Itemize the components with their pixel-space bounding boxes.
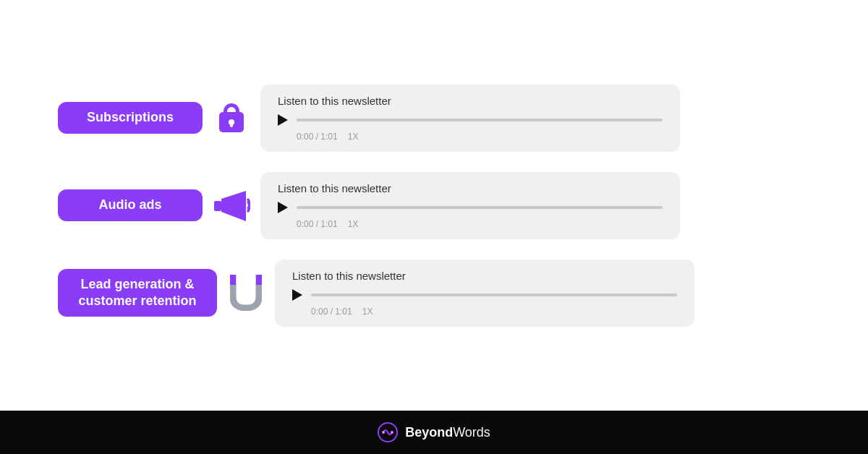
audio-player-2: Listen to this newsletter 0:00 / 1:01 1X [260,172,680,239]
player-controls-1[interactable] [278,114,663,126]
player-time-3: 0:00 / 1:01 [311,307,352,317]
player-title-1: Listen to this newsletter [278,95,663,107]
player-speed-3[interactable]: 1X [362,307,373,317]
lock-icon-area [203,103,260,132]
play-button-1[interactable] [278,114,288,126]
play-button-3[interactable] [292,289,302,301]
audio-player-3: Listen to this newsletter 0:00 / 1:01 1X [275,260,694,327]
play-button-2[interactable] [278,202,288,213]
progress-bar-2[interactable] [297,206,663,209]
footer-brand-name: BeyondWords [405,425,490,440]
player-meta-3: 0:00 / 1:01 1X [292,307,677,317]
megaphone-icon-area [203,189,260,221]
main-content: Subscriptions Listen to this newsletter … [0,0,868,411]
progress-bar-3[interactable] [311,294,677,296]
player-time-2: 0:00 / 1:01 [297,219,338,229]
lead-generation-label: Lead generation &customer retention [58,269,217,317]
player-controls-3[interactable] [292,289,677,301]
audio-player-1: Listen to this newsletter 0:00 / 1:01 1X [260,85,680,152]
player-title-2: Listen to this newsletter [278,182,663,194]
magnet-icon-area [217,275,275,311]
lock-keyhole [229,119,234,125]
lock-icon [219,103,244,132]
megaphone-svg [213,189,250,221]
player-meta-2: 0:00 / 1:01 1X [278,219,663,229]
progress-bar-1[interactable] [297,119,663,121]
svg-marker-1 [221,191,246,221]
lock-body [219,112,244,132]
player-time-1: 0:00 / 1:01 [297,132,338,142]
audio-ads-row: Audio ads Listen to thi [58,172,810,239]
subscriptions-label: Subscriptions [58,102,203,133]
svg-rect-3 [256,275,262,285]
player-speed-2[interactable]: 1X [348,219,359,229]
player-meta-1: 0:00 / 1:01 1X [278,132,663,142]
svg-point-5 [382,431,385,434]
subscriptions-row: Subscriptions Listen to this newsletter … [58,85,810,152]
player-speed-1[interactable]: 1X [348,132,359,142]
footer: BeyondWords [0,411,868,454]
svg-rect-2 [230,275,236,285]
player-title-3: Listen to this newsletter [292,270,677,282]
svg-point-6 [391,431,393,434]
megaphone-icon [213,189,250,221]
beyondwords-logo-icon [378,422,398,442]
lead-generation-row: Lead generation &customer retention List… [58,260,810,327]
player-controls-2[interactable] [278,202,663,213]
magnet-icon [230,275,262,311]
svg-rect-0 [214,201,221,211]
audio-ads-label: Audio ads [58,189,203,220]
